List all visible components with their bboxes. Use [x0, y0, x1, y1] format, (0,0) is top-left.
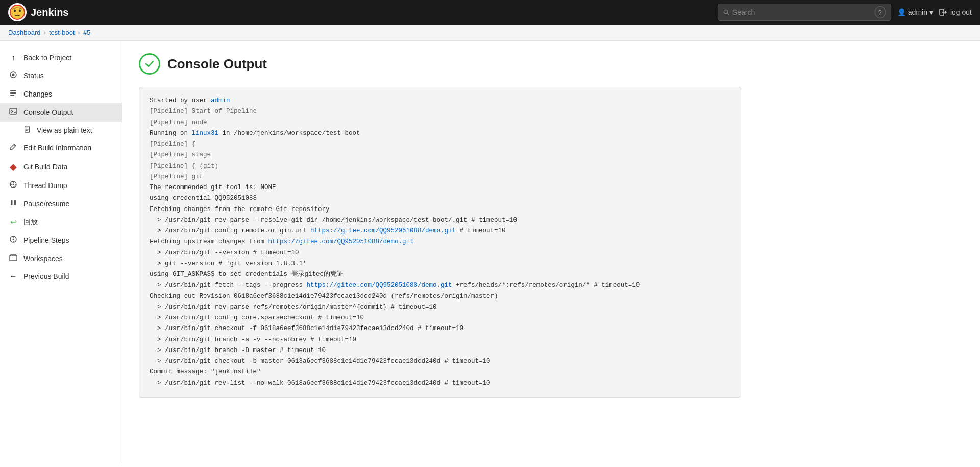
success-icon: [139, 53, 160, 75]
sidebar-item-pause-resume[interactable]: Pause/resume: [0, 195, 122, 213]
svg-point-28: [13, 239, 14, 240]
console-line-15: > /usr/bin/git --version # timeout=10: [150, 248, 730, 259]
sidebar-item-thread-label: Thread Dump: [23, 181, 67, 190]
sidebar-item-changes-label: Changes: [23, 90, 52, 98]
sidebar-item-git-build-data[interactable]: ◆ Git Build Data: [0, 157, 122, 176]
main-content: Console Output Started by user admin [Pi…: [122, 41, 980, 463]
sidebar-item-status-label: Status: [23, 72, 44, 80]
sidebar-item-edit-build[interactable]: Edit Build Information: [0, 138, 122, 157]
console-line-11: Fetching changes from the remote Git rep…: [150, 204, 730, 215]
pause-icon: [8, 199, 18, 209]
console-icon: [8, 107, 18, 118]
sidebar-item-plain-text-label: View as plain text: [37, 126, 92, 134]
console-line-27: > /usr/bin/git rev-list --no-walk 0618a6…: [150, 378, 730, 389]
user-icon: 👤: [897, 8, 906, 16]
console-line-6: [Pipeline] stage: [150, 150, 730, 160]
jenkins-logo-link[interactable]: Jenkins: [8, 3, 68, 21]
sidebar-item-back-to-project[interactable]: ↑ Back to Project: [0, 49, 122, 66]
console-line-4: Running on linux31 in /home/jenkins/work…: [150, 128, 730, 139]
gitee-link-2[interactable]: https://gitee.com/QQ952051088/demo.git: [268, 238, 414, 245]
svg-rect-26: [14, 200, 16, 205]
pipeline-icon: [8, 235, 18, 245]
username-label: admin: [908, 8, 927, 16]
sidebar-item-previous-label: Previous Build: [23, 272, 69, 281]
thread-icon: [8, 180, 18, 191]
breadcrumb-sep-2: ›: [78, 29, 80, 36]
edit-icon: [8, 143, 18, 153]
console-line-26: Commit message: "jenkinsfile": [150, 367, 730, 378]
console-line-5: [Pipeline] {: [150, 139, 730, 150]
console-line-21: > /usr/bin/git config core.sparsecheckou…: [150, 313, 730, 323]
sidebar-item-huitui-label: 回放: [23, 218, 38, 227]
changes-icon: [8, 89, 18, 99]
breadcrumb: Dashboard › test-boot › #5: [0, 25, 980, 41]
breadcrumb-test-boot[interactable]: test-boot: [49, 29, 75, 36]
user-dropdown-icon: ▾: [929, 8, 933, 16]
svg-point-20: [13, 184, 14, 185]
workspace-icon: [8, 253, 18, 264]
console-line-20: > /usr/bin/git rev-parse refs/remotes/or…: [150, 302, 730, 313]
svg-rect-11: [10, 95, 14, 96]
gitee-link-3[interactable]: https://gitee.com/QQ952051088/demo.git: [307, 282, 452, 289]
back-arrow-icon: ↑: [8, 53, 18, 62]
svg-point-2: [14, 10, 16, 12]
sidebar-item-workspaces[interactable]: Workspaces: [0, 249, 122, 268]
console-line-18: > /usr/bin/git fetch --tags --progress h…: [150, 280, 730, 291]
console-line-22: > /usr/bin/git checkout -f 0618a6eef3688…: [150, 323, 730, 334]
header: Jenkins ? 👤 admin ▾ log out: [0, 0, 980, 25]
sidebar-item-back-label: Back to Project: [23, 54, 71, 62]
console-line-2: [Pipeline] Start of Pipeline: [150, 106, 730, 117]
console-line-1: Started by user admin: [150, 96, 730, 106]
console-line-23: > /usr/bin/git branch -a -v --no-abbrev …: [150, 335, 730, 345]
console-line-25: > /usr/bin/git checkout -b master 0618a6…: [150, 356, 730, 367]
gitee-link-1[interactable]: https://gitee.com/QQ952051088/demo.git: [310, 227, 456, 235]
page-title: Console Output: [167, 56, 267, 72]
console-line-24: > /usr/bin/git branch -D master # timeou…: [150, 345, 730, 356]
svg-point-8: [12, 74, 15, 76]
console-line-17: using GIT_ASKPASS to set credentials 登录g…: [150, 269, 730, 280]
svg-line-5: [727, 13, 729, 15]
console-output-box: Started by user admin [Pipeline] Start o…: [139, 87, 741, 398]
console-line-13: > /usr/bin/git config remote.origin.url …: [150, 226, 730, 237]
console-line-19: Checking out Revision 0618a6eef3688c1e14…: [150, 291, 730, 302]
plain-text-icon: [22, 126, 32, 134]
breadcrumb-sep-1: ›: [44, 29, 46, 36]
sidebar: ↑ Back to Project Status Changes: [0, 41, 122, 463]
breadcrumb-build-number[interactable]: #5: [83, 29, 90, 36]
search-box: ?: [718, 4, 891, 21]
sidebar-item-status[interactable]: Status: [0, 66, 122, 85]
sidebar-item-pause-label: Pause/resume: [23, 200, 69, 208]
sidebar-item-view-plain-text[interactable]: View as plain text: [0, 122, 122, 138]
search-icon: [723, 9, 729, 16]
console-line-8: [Pipeline] git: [150, 172, 730, 182]
admin-link[interactable]: admin: [211, 97, 230, 104]
search-input[interactable]: [732, 8, 872, 16]
sidebar-item-console-output[interactable]: Console Output: [0, 103, 122, 122]
sidebar-item-previous-build[interactable]: ← Previous Build: [0, 268, 122, 285]
sidebar-item-thread-dump[interactable]: Thread Dump: [0, 176, 122, 195]
sidebar-item-huitui[interactable]: ↩ 回放: [0, 213, 122, 231]
console-line-14: Fetching upstream changes from https://g…: [150, 237, 730, 247]
user-menu[interactable]: 👤 admin ▾: [897, 8, 933, 16]
svg-rect-12: [10, 108, 17, 114]
svg-point-3: [19, 10, 21, 12]
main-layout: ↑ Back to Project Status Changes: [0, 41, 980, 463]
logout-button[interactable]: log out: [939, 8, 972, 16]
console-line-10: using credential QQ952051088: [150, 193, 730, 204]
linux31-link[interactable]: linux31: [192, 130, 219, 137]
console-line-7: [Pipeline] { (git): [150, 161, 730, 172]
logout-icon: [939, 8, 947, 16]
status-icon: [8, 71, 18, 81]
logout-label: log out: [950, 8, 972, 16]
sidebar-item-pipeline-steps[interactable]: Pipeline Steps: [0, 231, 122, 249]
sidebar-item-changes[interactable]: Changes: [0, 85, 122, 103]
svg-point-4: [724, 10, 728, 14]
console-line-12: > /usr/bin/git rev-parse --resolve-git-d…: [150, 215, 730, 226]
console-line-9: The recommended git tool is: NONE: [150, 182, 730, 193]
sidebar-item-pipeline-label: Pipeline Steps: [23, 236, 69, 244]
search-help-button[interactable]: ?: [875, 6, 886, 18]
sidebar-item-edit-label: Edit Build Information: [23, 144, 91, 152]
breadcrumb-dashboard[interactable]: Dashboard: [8, 29, 41, 36]
console-line-3: [Pipeline] node: [150, 118, 730, 128]
svg-rect-9: [10, 90, 16, 91]
